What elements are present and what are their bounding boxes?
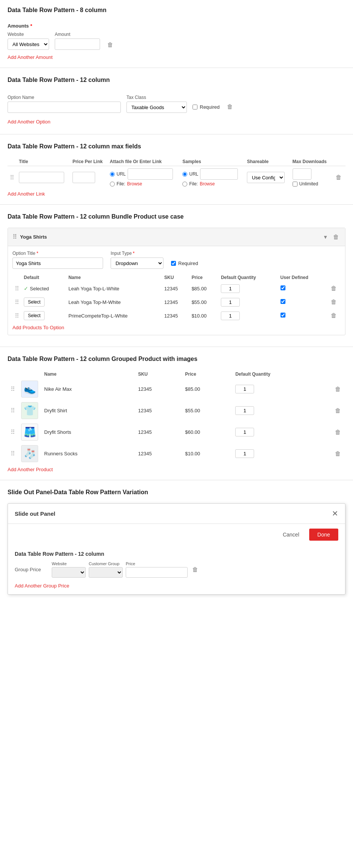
gp-price-label: Price (126, 561, 188, 566)
gp-price-input[interactable] (126, 567, 188, 578)
drag-handle-cell: ⠿ (8, 400, 18, 421)
qty-input[interactable] (235, 406, 254, 415)
gp-website-select[interactable] (52, 567, 86, 578)
samples-url-row: URL (182, 168, 242, 180)
qty-input[interactable] (235, 449, 254, 458)
product-thumbnail: 👕 (21, 402, 38, 419)
max-downloads-input[interactable] (293, 168, 311, 180)
bundle-header-left: ⠿ Yoga Shirts (12, 233, 47, 241)
delete-bundle-row-btn[interactable]: 🗑 (329, 284, 338, 293)
qty-cell (219, 295, 278, 309)
drag-handle-cell: ⠿ (8, 421, 18, 443)
select-btn[interactable]: Select (24, 298, 45, 307)
url-input[interactable] (128, 168, 173, 180)
delete-grouped-row-btn[interactable]: 🗑 (333, 427, 342, 437)
sample-browse-link[interactable]: Browse (200, 181, 215, 187)
sku-cell: 12345 (162, 282, 189, 295)
sample-file-radio[interactable] (182, 182, 187, 187)
url-radio[interactable] (110, 172, 115, 177)
delete-grouped-row-btn[interactable]: 🗑 (333, 406, 342, 416)
amount-input[interactable] (55, 39, 100, 50)
delete-bundle-row-btn[interactable]: 🗑 (329, 297, 338, 307)
qty-input[interactable] (221, 311, 240, 320)
qty-cell (232, 378, 330, 400)
selected-check-icon: ✓ Selected (24, 285, 64, 291)
unlimited-checkbox[interactable] (293, 182, 298, 187)
bundle-delete-btn[interactable]: 🗑 (331, 232, 341, 242)
qty-input[interactable] (235, 385, 254, 393)
add-products-to-option-link[interactable]: Add Products To Option (12, 325, 64, 330)
drag-handle-cell: ⠿ (12, 309, 22, 322)
delete-grouped-row-btn[interactable]: 🗑 (333, 449, 342, 459)
name-cell: Leah Yoga Top-L-White (66, 282, 162, 295)
amounts-row: Website All Websites Amount 🗑 (8, 32, 345, 50)
attach-browse-link[interactable]: Browse (127, 181, 142, 187)
drag-icon[interactable]: ⠿ (11, 386, 15, 392)
user-defined-checkbox[interactable] (281, 285, 285, 290)
drag-handle-icon[interactable]: ⠿ (10, 174, 14, 181)
section5-title: Data Table Row Pattern - 12 column Group… (0, 349, 353, 366)
delete-grouped-row-btn[interactable]: 🗑 (333, 384, 342, 394)
user-defined-checkbox[interactable] (281, 313, 285, 318)
title-input[interactable] (19, 172, 64, 183)
bundle-drag-handle-icon[interactable]: ⠿ (12, 233, 17, 241)
drag-icon[interactable]: ⠿ (11, 450, 15, 457)
shareable-cell: Use Config (245, 166, 290, 189)
input-type-select[interactable]: Dropdown (111, 257, 163, 269)
tax-class-select[interactable]: Taxable Goods (126, 102, 187, 113)
drag-icon[interactable]: ⠿ (15, 313, 19, 319)
required-checkbox[interactable] (193, 105, 197, 109)
thumb-cell: 👕 (18, 400, 41, 421)
grouped-product-row: ⠿ 🩳 Dryfit Shorts 12345 $60.00 🗑 (8, 421, 345, 443)
qty-input[interactable] (235, 428, 254, 436)
col-shareable: Shareable (245, 157, 290, 166)
drag-icon[interactable]: ⠿ (15, 299, 19, 305)
add-another-link-link[interactable]: Add Another Link (8, 191, 45, 197)
price-input[interactable] (72, 172, 95, 183)
bundle-required-label: Required (178, 261, 198, 266)
add-another-amount-link[interactable]: Add Another Amount (8, 54, 52, 60)
add-another-product-link[interactable]: Add Another Product (8, 467, 53, 472)
drag-icon[interactable]: ⠿ (15, 285, 19, 292)
panel-body: Data Table Row Pattern - 12 column Group… (8, 545, 345, 594)
thumb-cell: 👟 (18, 378, 41, 400)
price-cell: $85.00 (189, 282, 219, 295)
qty-input[interactable] (221, 284, 240, 293)
done-btn[interactable]: Done (309, 529, 338, 541)
user-defined-checkbox[interactable] (281, 299, 285, 304)
drag-icon[interactable]: ⠿ (11, 429, 15, 435)
gcol-name: Name (41, 370, 135, 378)
delete-link-btn[interactable]: 🗑 (334, 173, 343, 182)
add-another-group-price-link[interactable]: Add Another Group Price (15, 583, 69, 589)
gp-customer-group-select[interactable] (89, 567, 123, 578)
sample-url-radio[interactable] (182, 172, 187, 177)
name-cell: Dryfit Shorts (41, 421, 135, 443)
delete-option-btn[interactable]: 🗑 (225, 102, 234, 112)
gp-customer-group-label: Customer Group (89, 561, 123, 566)
drag-icon[interactable]: ⠿ (11, 407, 15, 414)
option-name-input[interactable] (8, 102, 121, 113)
panel-close-btn[interactable]: ✕ (332, 509, 338, 518)
delete-amount-btn[interactable]: 🗑 (106, 40, 115, 50)
bundle-header-right: ▾ 🗑 (322, 232, 341, 242)
shareable-select[interactable]: Use Config (247, 172, 285, 183)
file-radio[interactable] (110, 182, 115, 187)
cancel-btn[interactable]: Cancel (277, 529, 305, 540)
option-title-input[interactable] (12, 257, 103, 269)
sku-cell: 12345 (135, 443, 182, 464)
section4-block: ⠿ Yoga Shirts ▾ 🗑 Option Title * (0, 224, 353, 345)
qty-input[interactable] (221, 298, 240, 307)
default-cell: Select (22, 295, 66, 309)
grouped-header: Name SKU Price Default Quantity (8, 370, 345, 378)
bundle-products-table: Default Name SKU Price Default Quantity … (12, 273, 341, 322)
price-cell: $10.00 (182, 443, 232, 464)
add-another-option-link[interactable]: Add Another Option (8, 119, 50, 125)
select-btn[interactable]: Select (24, 311, 45, 320)
bundle-required-checkbox[interactable] (171, 261, 176, 266)
delete-group-price-btn[interactable]: 🗑 (191, 565, 200, 575)
delete-bundle-row-btn[interactable]: 🗑 (329, 311, 338, 321)
sample-url-input[interactable] (200, 168, 238, 180)
default-cell: Select (22, 309, 66, 322)
bundle-collapse-btn[interactable]: ▾ (322, 232, 328, 242)
website-select[interactable]: All Websites (8, 39, 49, 50)
